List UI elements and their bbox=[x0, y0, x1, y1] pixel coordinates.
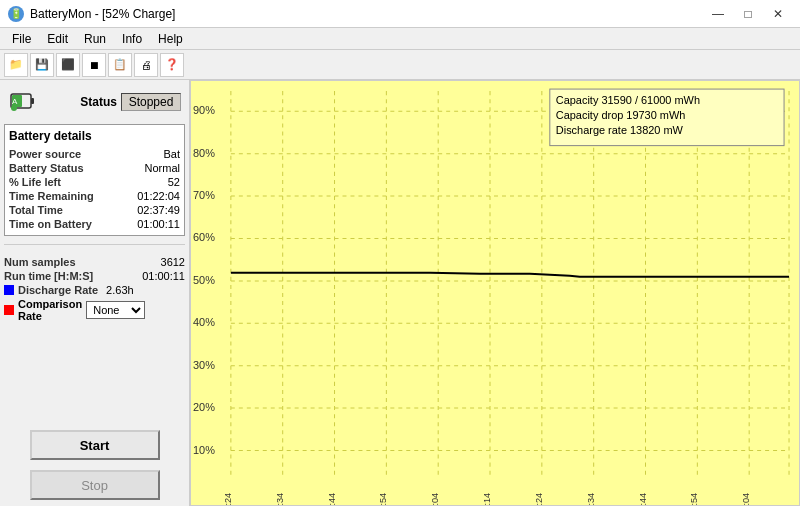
num-samples-value: 3612 bbox=[161, 256, 185, 268]
toolbar-btn-2[interactable]: ⬛ bbox=[56, 53, 80, 77]
battery-icon: A bbox=[8, 88, 36, 116]
menu-run[interactable]: Run bbox=[76, 30, 114, 48]
minimize-button[interactable]: — bbox=[704, 4, 732, 24]
svg-text:30%: 30% bbox=[193, 359, 215, 371]
run-time-row: Run time [H:M:S] 01:00:11 bbox=[4, 269, 185, 283]
status-label: Status bbox=[40, 95, 117, 109]
toolbar-btn-6[interactable]: ❓ bbox=[160, 53, 184, 77]
toolbar-btn-0[interactable]: 📁 bbox=[4, 53, 28, 77]
svg-text:40%: 40% bbox=[193, 316, 215, 328]
svg-text:19:21:24: 19:21:24 bbox=[223, 493, 233, 505]
extra-info: Num samples 3612 Run time [H:M:S] 01:00:… bbox=[4, 253, 185, 325]
discharge-rate-value: 2.63h bbox=[106, 284, 134, 296]
stop-button[interactable]: Stop bbox=[30, 470, 160, 500]
detail-time-on-battery: Time on Battery 01:00:11 bbox=[9, 217, 180, 231]
detail-life-left: % Life left 52 bbox=[9, 175, 180, 189]
comparison-color-indicator bbox=[4, 305, 14, 315]
svg-text:19:22:44: 19:22:44 bbox=[638, 493, 648, 505]
time-on-battery-label: Time on Battery bbox=[9, 218, 92, 230]
title-bar: 🔋 BatteryMon - [52% Charge] — □ ✕ bbox=[0, 0, 800, 28]
window-title: BatteryMon - [52% Charge] bbox=[30, 7, 175, 21]
life-left-label: % Life left bbox=[9, 176, 61, 188]
comparison-row: Comparison Rate None Rate 1 Rate 2 bbox=[4, 297, 185, 323]
svg-text:90%: 90% bbox=[193, 104, 215, 116]
battery-status-value: Normal bbox=[145, 162, 180, 174]
battery-status-label: Battery Status bbox=[9, 162, 84, 174]
svg-text:10%: 10% bbox=[193, 443, 215, 455]
left-panel: A Status Stopped Battery details Power s… bbox=[0, 80, 190, 506]
svg-text:Capacity drop 19730 mWh: Capacity drop 19730 mWh bbox=[556, 109, 686, 121]
battery-chart: 90% 80% 70% 60% 50% 40% 30% 20% 10% 19:2… bbox=[191, 81, 799, 505]
svg-text:70%: 70% bbox=[193, 189, 215, 201]
svg-text:19:22:34: 19:22:34 bbox=[586, 493, 596, 505]
svg-rect-1 bbox=[31, 98, 34, 104]
life-left-value: 52 bbox=[168, 176, 180, 188]
divider-1 bbox=[4, 244, 185, 245]
comparison-label: Comparison Rate bbox=[18, 298, 82, 322]
run-time-label: Run time [H:M:S] bbox=[4, 270, 93, 282]
window-controls: — □ ✕ bbox=[704, 4, 792, 24]
discharge-rate-label: Discharge Rate bbox=[18, 284, 98, 296]
svg-text:Discharge rate 13820 mW: Discharge rate 13820 mW bbox=[556, 124, 684, 136]
num-samples-label: Num samples bbox=[4, 256, 76, 268]
svg-text:50%: 50% bbox=[193, 274, 215, 286]
battery-details-group: Battery details Power source Bat Battery… bbox=[4, 124, 185, 236]
discharge-row: Discharge Rate 2.63h bbox=[4, 283, 185, 297]
time-remaining-label: Time Remaining bbox=[9, 190, 94, 202]
status-value: Stopped bbox=[121, 93, 181, 111]
svg-text:19:22:14: 19:22:14 bbox=[482, 493, 492, 505]
toolbar-btn-1[interactable]: 💾 bbox=[30, 53, 54, 77]
toolbar-btn-5[interactable]: 🖨 bbox=[134, 53, 158, 77]
discharge-color-indicator bbox=[4, 285, 14, 295]
svg-text:20%: 20% bbox=[193, 401, 215, 413]
num-samples-row: Num samples 3612 bbox=[4, 255, 185, 269]
total-time-label: Total Time bbox=[9, 204, 63, 216]
time-on-battery-value: 01:00:11 bbox=[137, 218, 180, 230]
detail-battery-status: Battery Status Normal bbox=[9, 161, 180, 175]
time-remaining-value: 01:22:04 bbox=[137, 190, 180, 202]
toolbar: 📁 💾 ⬛ ⏹ 📋 🖨 ❓ bbox=[0, 50, 800, 80]
status-row: A Status Stopped bbox=[4, 84, 185, 120]
chart-area: 90% 80% 70% 60% 50% 40% 30% 20% 10% 19:2… bbox=[190, 80, 800, 506]
svg-text:19:22:54: 19:22:54 bbox=[689, 493, 699, 505]
menu-bar: File Edit Run Info Help bbox=[0, 28, 800, 50]
total-time-value: 02:37:49 bbox=[137, 204, 180, 216]
battery-details-title: Battery details bbox=[9, 129, 180, 143]
maximize-button[interactable]: □ bbox=[734, 4, 762, 24]
power-source-label: Power source bbox=[9, 148, 81, 160]
svg-text:A: A bbox=[12, 97, 18, 106]
detail-total-time: Total Time 02:37:49 bbox=[9, 203, 180, 217]
menu-help[interactable]: Help bbox=[150, 30, 191, 48]
svg-text:80%: 80% bbox=[193, 147, 215, 159]
toolbar-btn-4[interactable]: 📋 bbox=[108, 53, 132, 77]
svg-text:Capacity 31590 / 61000 mWh: Capacity 31590 / 61000 mWh bbox=[556, 94, 700, 106]
run-time-value: 01:00:11 bbox=[142, 270, 185, 282]
svg-text:60%: 60% bbox=[193, 231, 215, 243]
svg-text:19:21:34: 19:21:34 bbox=[275, 493, 285, 505]
svg-text:19:21:44: 19:21:44 bbox=[327, 493, 337, 505]
start-button[interactable]: Start bbox=[30, 430, 160, 460]
close-button[interactable]: ✕ bbox=[764, 4, 792, 24]
svg-text:19:22:04: 19:22:04 bbox=[430, 493, 440, 505]
menu-edit[interactable]: Edit bbox=[39, 30, 76, 48]
menu-info[interactable]: Info bbox=[114, 30, 150, 48]
toolbar-btn-3[interactable]: ⏹ bbox=[82, 53, 106, 77]
comparison-select[interactable]: None Rate 1 Rate 2 bbox=[86, 301, 145, 319]
svg-text:19:22:24: 19:22:24 bbox=[534, 493, 544, 505]
main-content: A Status Stopped Battery details Power s… bbox=[0, 80, 800, 506]
detail-time-remaining: Time Remaining 01:22:04 bbox=[9, 189, 180, 203]
detail-power-source: Power source Bat bbox=[9, 147, 180, 161]
svg-text:19:21:54: 19:21:54 bbox=[378, 493, 388, 505]
power-source-value: Bat bbox=[163, 148, 180, 160]
svg-text:19:23:04: 19:23:04 bbox=[741, 493, 751, 505]
menu-file[interactable]: File bbox=[4, 30, 39, 48]
app-icon: 🔋 bbox=[8, 6, 24, 22]
